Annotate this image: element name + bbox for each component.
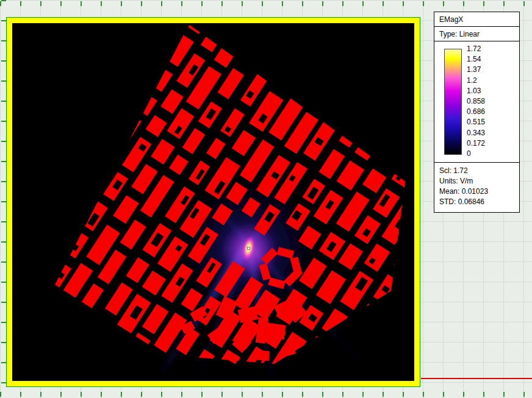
scale-tick-label: 0.172	[467, 140, 485, 147]
cad-viewport[interactable]: EMagX Type: Linear 1.72 1.54 1.37 1.2 1.…	[0, 0, 532, 398]
scale-tick-label: 0.515	[467, 118, 485, 126]
ruler-ticks-bottom	[0, 392, 532, 397]
scale-tick-label: 1.54	[467, 55, 485, 63]
legend-colorbar-section: 1.72 1.54 1.37 1.2 1.03 0.858 0.686 0.51…	[434, 41, 519, 162]
scale-tick-label: 1.03	[467, 87, 485, 94]
scale-tick-label: 1.37	[467, 66, 485, 73]
colorbar-scale-labels: 1.72 1.54 1.37 1.2 1.03 0.858 0.686 0.51…	[467, 45, 485, 157]
stat-units: Units: V/m	[439, 176, 514, 187]
colorbar	[444, 49, 462, 155]
simulation-plot-frame[interactable]	[6, 17, 420, 387]
scale-tick-label: 0	[467, 150, 485, 157]
legend-type-label: Type: Linear	[434, 27, 519, 41]
legend-stats: Scl: 1.72 Units: V/m Mean: 0.01023 STD: …	[434, 162, 519, 212]
legend-panel: EMagX Type: Linear 1.72 1.54 1.37 1.2 1.…	[434, 12, 520, 213]
ruler-ticks-left	[1, 0, 6, 398]
stat-mean: Mean: 0.01023	[439, 187, 514, 197]
scale-tick-label: 0.858	[467, 98, 485, 105]
ruler-ticks-top	[0, 1, 532, 6]
field-plot-canvas[interactable]	[12, 23, 414, 381]
scale-tick-label: 0.343	[467, 129, 485, 137]
stat-scale: Scl: 1.72	[439, 166, 514, 176]
scale-tick-label: 1.2	[467, 77, 485, 84]
scale-tick-label: 0.686	[467, 108, 485, 115]
scale-tick-label: 1.72	[467, 45, 485, 52]
x-axis-line	[421, 378, 532, 379]
legend-title: EMagX	[434, 12, 519, 27]
stat-std: STD: 0.06846	[439, 197, 514, 207]
source-marker	[247, 247, 250, 249]
plot-sensor-frame	[7, 18, 420, 386]
